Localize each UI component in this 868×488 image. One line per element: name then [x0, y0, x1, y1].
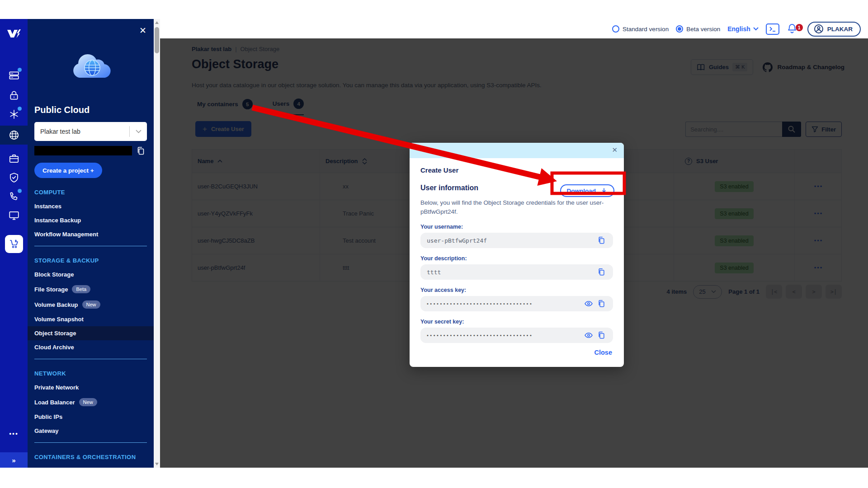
rail-identity-security-item[interactable] [0, 172, 28, 183]
rail-billing-item[interactable] [0, 70, 28, 81]
secret-key-label: Your secret key: [420, 319, 613, 325]
sidebar-nav: COMPUTE Instances Instance Backup Workfl… [28, 183, 154, 468]
copy-icon[interactable] [137, 146, 145, 155]
modal-description: Below, you will find the Object Storage … [420, 198, 617, 216]
rail-marketplace-item-active[interactable] [0, 235, 28, 253]
sidebar-item-private-network[interactable]: Private Network [28, 380, 154, 394]
sidebar-item-load-balancer[interactable]: Load BalancerNew [28, 394, 154, 410]
scrollbar-thumb[interactable] [155, 27, 159, 53]
scroll-down-icon[interactable] [155, 463, 159, 465]
language-selector[interactable]: English [727, 25, 759, 33]
modal-close-button[interactable]: Close [594, 349, 613, 356]
standard-version-option[interactable]: Standard version [612, 25, 669, 33]
sidebar-item-instances[interactable]: Instances [28, 199, 154, 213]
account-button[interactable]: PLAKAR [807, 22, 861, 37]
terminal-button[interactable] [766, 23, 779, 35]
sidebar-close-icon[interactable]: ✕ [139, 25, 146, 36]
sidebar-divider [34, 442, 147, 443]
create-user-modal: ✕ Create User User information Download … [410, 143, 624, 367]
user-avatar-icon [814, 24, 824, 34]
section-title-containers: CONTAINERS & ORCHESTRATION [28, 447, 154, 464]
shield-check-icon [8, 172, 20, 183]
description-field: tttt [420, 264, 613, 280]
notification-dot [18, 107, 22, 111]
icon-rail: ••• » [0, 19, 28, 468]
sidebar-item-cloud-archive[interactable]: Cloud Archive [28, 340, 154, 354]
section-title-storage-backup: STORAGE & BACKUP [28, 251, 154, 267]
description-label: Your description: [420, 255, 613, 262]
rail-public-cloud-item-active[interactable] [0, 126, 28, 145]
app-root: Standard version Beta version English 1 [0, 0, 868, 488]
terminal-icon [769, 26, 776, 32]
sidebar: ✕ Public Cloud [28, 19, 154, 468]
section-title-compute: COMPUTE [28, 183, 154, 199]
account-name: PLAKAR [827, 26, 853, 33]
sidebar-item-object-storage[interactable]: Object Storage [28, 326, 154, 340]
radio-unchecked-icon [612, 25, 619, 33]
scroll-up-icon[interactable] [155, 21, 159, 24]
copy-icon [598, 236, 605, 244]
username-field: user-pBtfwGprt24f [420, 233, 613, 248]
chevron-down-icon [753, 27, 759, 31]
monitor-icon [8, 210, 20, 221]
sidebar-item-volume-backup[interactable]: Volume BackupNew [28, 297, 154, 312]
notification-dot [18, 68, 22, 72]
radio-checked-icon [676, 25, 683, 33]
sidebar-scrollbar[interactable] [154, 19, 160, 468]
project-id-row [34, 146, 147, 155]
new-badge: New [82, 300, 100, 309]
shopping-cart-icon [9, 239, 19, 249]
project-id-redacted [34, 146, 132, 155]
cart-icon-container [5, 235, 23, 253]
rail-expand-button[interactable]: » [0, 452, 28, 468]
sidebar-item-public-ips[interactable]: Public IPs [28, 410, 154, 424]
project-selector[interactable]: Plakar test lab [34, 122, 147, 141]
secret-key-field: •••••••••••••••••••••••••••••••• [420, 328, 613, 343]
beta-version-option[interactable]: Beta version [676, 25, 720, 33]
sidebar-item-gateway[interactable]: Gateway [28, 424, 154, 438]
copy-access-key-button[interactable] [595, 300, 608, 308]
copy-icon [598, 268, 605, 276]
sidebar-divider [34, 246, 147, 246]
description-value: tttt [427, 269, 595, 276]
notifications-button[interactable]: 1 [787, 23, 800, 35]
sidebar-item-workflow-management[interactable]: Workflow Management [28, 227, 154, 241]
access-key-masked-value: •••••••••••••••••••••••••••••••• [427, 301, 582, 306]
globe-icon [8, 129, 20, 141]
modal-header-strip: ✕ [410, 143, 624, 158]
sidebar-item-instance-backup[interactable]: Instance Backup [28, 213, 154, 227]
modal-title: Create User [420, 166, 613, 174]
briefcase-icon [8, 153, 20, 164]
sidebar-item-managed-rancher[interactable]: Managed Rancher ServiceNew [28, 464, 154, 468]
sidebar-divider [34, 359, 147, 359]
download-button[interactable]: Download [560, 184, 615, 197]
rail-network-hub-item[interactable] [0, 108, 28, 120]
top-bar-actions: Standard version Beta version English 1 [612, 21, 861, 37]
beta-badge: Beta [72, 285, 90, 293]
rail-desktop-item[interactable] [0, 210, 28, 221]
reveal-secret-key-button[interactable] [582, 332, 595, 338]
modal-body: Create User User information Download Be… [410, 158, 624, 343]
rail-telecom-item[interactable] [0, 191, 28, 202]
rail-bare-metal-item[interactable] [0, 153, 28, 164]
copy-secret-key-button[interactable] [595, 331, 608, 339]
lock-icon [8, 89, 20, 101]
ovh-logo[interactable] [0, 29, 28, 38]
section-title-network: NETWORK [28, 364, 154, 380]
beta-version-label: Beta version [686, 26, 720, 33]
rail-more-item[interactable]: ••• [0, 430, 28, 437]
modal-close-icon[interactable]: ✕ [612, 146, 618, 154]
reveal-access-key-button[interactable] [582, 300, 595, 307]
language-label: English [727, 25, 750, 33]
create-project-button[interactable]: Create a project + [34, 163, 102, 178]
username-value: user-pBtfwGprt24f [427, 237, 595, 244]
copy-icon [598, 331, 605, 339]
copy-username-button[interactable] [595, 236, 608, 244]
rail-security-item[interactable] [0, 89, 28, 101]
standard-version-label: Standard version [623, 26, 669, 33]
copy-description-button[interactable] [595, 268, 608, 276]
sidebar-item-block-storage[interactable]: Block Storage [28, 267, 154, 282]
sidebar-item-file-storage[interactable]: File StorageBeta [28, 282, 154, 297]
sidebar-item-volume-snapshot[interactable]: Volume Snapshot [28, 312, 154, 326]
eye-icon [585, 300, 593, 307]
